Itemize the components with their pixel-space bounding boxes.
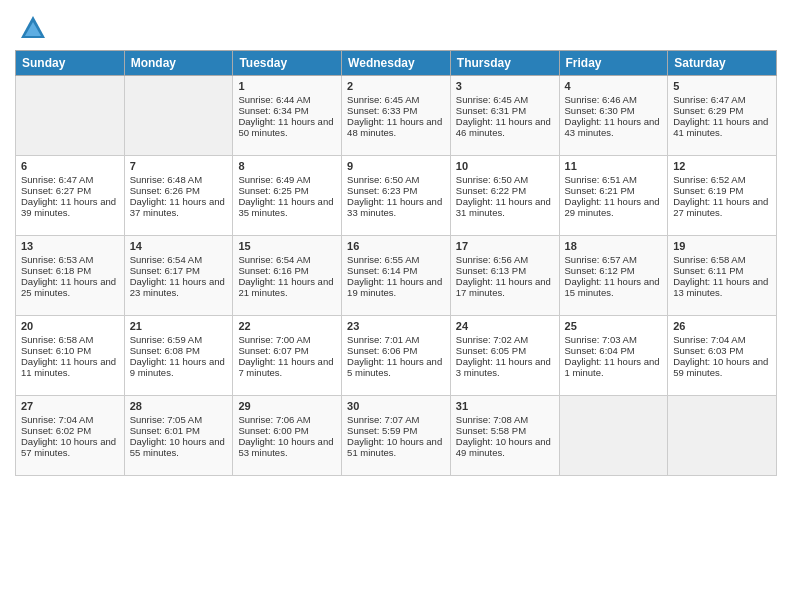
day-number: 9 [347,160,445,172]
week-row-5: 27Sunrise: 7:04 AMSunset: 6:02 PMDayligh… [16,396,777,476]
daylight-text: Daylight: 11 hours and 39 minutes. [21,196,119,218]
day-number: 1 [238,80,336,92]
header-cell-tuesday: Tuesday [233,51,342,76]
calendar-cell: 31Sunrise: 7:08 AMSunset: 5:58 PMDayligh… [450,396,559,476]
calendar-cell: 18Sunrise: 6:57 AMSunset: 6:12 PMDayligh… [559,236,668,316]
header-cell-thursday: Thursday [450,51,559,76]
sunset-text: Sunset: 6:34 PM [238,105,336,116]
daylight-text: Daylight: 11 hours and 3 minutes. [456,356,554,378]
calendar-cell [16,76,125,156]
calendar-cell: 1Sunrise: 6:44 AMSunset: 6:34 PMDaylight… [233,76,342,156]
sunrise-text: Sunrise: 6:52 AM [673,174,771,185]
sunset-text: Sunset: 6:08 PM [130,345,228,356]
sunrise-text: Sunrise: 6:45 AM [347,94,445,105]
sunset-text: Sunset: 6:16 PM [238,265,336,276]
calendar-cell: 15Sunrise: 6:54 AMSunset: 6:16 PMDayligh… [233,236,342,316]
daylight-text: Daylight: 11 hours and 9 minutes. [130,356,228,378]
sunset-text: Sunset: 6:31 PM [456,105,554,116]
day-number: 30 [347,400,445,412]
day-number: 19 [673,240,771,252]
header-cell-friday: Friday [559,51,668,76]
sunrise-text: Sunrise: 6:53 AM [21,254,119,265]
calendar-cell: 14Sunrise: 6:54 AMSunset: 6:17 PMDayligh… [124,236,233,316]
day-number: 7 [130,160,228,172]
calendar-cell [668,396,777,476]
day-number: 17 [456,240,554,252]
calendar-cell: 5Sunrise: 6:47 AMSunset: 6:29 PMDaylight… [668,76,777,156]
daylight-text: Daylight: 11 hours and 1 minute. [565,356,663,378]
sunrise-text: Sunrise: 6:48 AM [130,174,228,185]
logo [15,14,47,42]
sunrise-text: Sunrise: 7:08 AM [456,414,554,425]
daylight-text: Daylight: 10 hours and 49 minutes. [456,436,554,458]
day-number: 5 [673,80,771,92]
week-row-1: 1Sunrise: 6:44 AMSunset: 6:34 PMDaylight… [16,76,777,156]
daylight-text: Daylight: 11 hours and 48 minutes. [347,116,445,138]
sunset-text: Sunset: 6:21 PM [565,185,663,196]
sunset-text: Sunset: 6:26 PM [130,185,228,196]
sunset-text: Sunset: 6:06 PM [347,345,445,356]
day-number: 24 [456,320,554,332]
calendar-cell: 19Sunrise: 6:58 AMSunset: 6:11 PMDayligh… [668,236,777,316]
day-number: 29 [238,400,336,412]
calendar-cell: 17Sunrise: 6:56 AMSunset: 6:13 PMDayligh… [450,236,559,316]
day-number: 28 [130,400,228,412]
calendar-table: SundayMondayTuesdayWednesdayThursdayFrid… [15,50,777,476]
header-cell-wednesday: Wednesday [342,51,451,76]
sunrise-text: Sunrise: 6:59 AM [130,334,228,345]
calendar-cell: 22Sunrise: 7:00 AMSunset: 6:07 PMDayligh… [233,316,342,396]
day-number: 13 [21,240,119,252]
day-number: 15 [238,240,336,252]
sunset-text: Sunset: 6:30 PM [565,105,663,116]
day-number: 3 [456,80,554,92]
calendar-cell: 25Sunrise: 7:03 AMSunset: 6:04 PMDayligh… [559,316,668,396]
daylight-text: Daylight: 11 hours and 41 minutes. [673,116,771,138]
week-row-2: 6Sunrise: 6:47 AMSunset: 6:27 PMDaylight… [16,156,777,236]
daylight-text: Daylight: 11 hours and 13 minutes. [673,276,771,298]
daylight-text: Daylight: 10 hours and 51 minutes. [347,436,445,458]
day-number: 11 [565,160,663,172]
sunrise-text: Sunrise: 6:50 AM [456,174,554,185]
header-cell-monday: Monday [124,51,233,76]
sunrise-text: Sunrise: 6:54 AM [238,254,336,265]
day-number: 16 [347,240,445,252]
daylight-text: Daylight: 11 hours and 37 minutes. [130,196,228,218]
sunrise-text: Sunrise: 6:51 AM [565,174,663,185]
daylight-text: Daylight: 10 hours and 57 minutes. [21,436,119,458]
calendar-cell [559,396,668,476]
header-cell-saturday: Saturday [668,51,777,76]
sunset-text: Sunset: 6:05 PM [456,345,554,356]
daylight-text: Daylight: 11 hours and 43 minutes. [565,116,663,138]
day-number: 22 [238,320,336,332]
sunrise-text: Sunrise: 7:04 AM [673,334,771,345]
calendar-cell: 28Sunrise: 7:05 AMSunset: 6:01 PMDayligh… [124,396,233,476]
day-number: 2 [347,80,445,92]
header-row: SundayMondayTuesdayWednesdayThursdayFrid… [16,51,777,76]
sunset-text: Sunset: 6:23 PM [347,185,445,196]
daylight-text: Daylight: 11 hours and 7 minutes. [238,356,336,378]
sunrise-text: Sunrise: 7:00 AM [238,334,336,345]
daylight-text: Daylight: 11 hours and 17 minutes. [456,276,554,298]
sunset-text: Sunset: 6:18 PM [21,265,119,276]
sunset-text: Sunset: 6:33 PM [347,105,445,116]
sunset-text: Sunset: 6:04 PM [565,345,663,356]
calendar-cell: 4Sunrise: 6:46 AMSunset: 6:30 PMDaylight… [559,76,668,156]
day-number: 14 [130,240,228,252]
sunset-text: Sunset: 6:03 PM [673,345,771,356]
sunrise-text: Sunrise: 6:49 AM [238,174,336,185]
week-row-4: 20Sunrise: 6:58 AMSunset: 6:10 PMDayligh… [16,316,777,396]
calendar-cell: 29Sunrise: 7:06 AMSunset: 6:00 PMDayligh… [233,396,342,476]
sunrise-text: Sunrise: 6:50 AM [347,174,445,185]
daylight-text: Daylight: 11 hours and 46 minutes. [456,116,554,138]
sunrise-text: Sunrise: 6:45 AM [456,94,554,105]
sunset-text: Sunset: 6:14 PM [347,265,445,276]
calendar-cell: 23Sunrise: 7:01 AMSunset: 6:06 PMDayligh… [342,316,451,396]
day-number: 4 [565,80,663,92]
day-number: 26 [673,320,771,332]
daylight-text: Daylight: 11 hours and 27 minutes. [673,196,771,218]
calendar-cell: 30Sunrise: 7:07 AMSunset: 5:59 PMDayligh… [342,396,451,476]
day-number: 12 [673,160,771,172]
day-number: 20 [21,320,119,332]
sunset-text: Sunset: 6:07 PM [238,345,336,356]
sunset-text: Sunset: 6:17 PM [130,265,228,276]
